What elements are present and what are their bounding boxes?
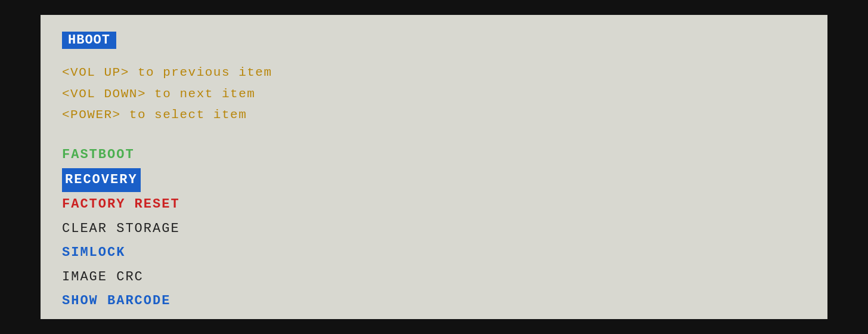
instruction-vol-down: <VOL DOWN> to next item bbox=[62, 84, 806, 105]
instruction-vol-up: <VOL UP> to previous item bbox=[62, 62, 806, 84]
menu-item-clear-storage[interactable]: CLEAR STORAGE bbox=[62, 218, 806, 241]
instructions-block: <VOL UP> to previous item <VOL DOWN> to … bbox=[62, 62, 806, 126]
menu-item-simlock[interactable]: SIMLOCK bbox=[62, 242, 806, 265]
menu-item-recovery[interactable]: RECOVERY bbox=[62, 168, 806, 193]
hboot-title-container: HBOOT bbox=[62, 32, 116, 49]
hboot-screen: HBOOT <VOL UP> to previous item <VOL DOW… bbox=[41, 15, 827, 319]
instruction-power: <POWER> to select item bbox=[62, 104, 806, 126]
hboot-title-text: HBOOT bbox=[66, 32, 113, 48]
menu-item-show-barcode[interactable]: SHOW BARCODE bbox=[62, 290, 806, 313]
menu-item-image-crc[interactable]: IMAGE CRC bbox=[62, 266, 806, 289]
menu-item-fastboot[interactable]: FASTBOOT bbox=[62, 144, 806, 167]
menu-list: FASTBOOT RECOVERY FACTORY RESET CLEAR ST… bbox=[62, 144, 806, 313]
menu-item-factory-reset[interactable]: FACTORY RESET bbox=[62, 193, 806, 217]
